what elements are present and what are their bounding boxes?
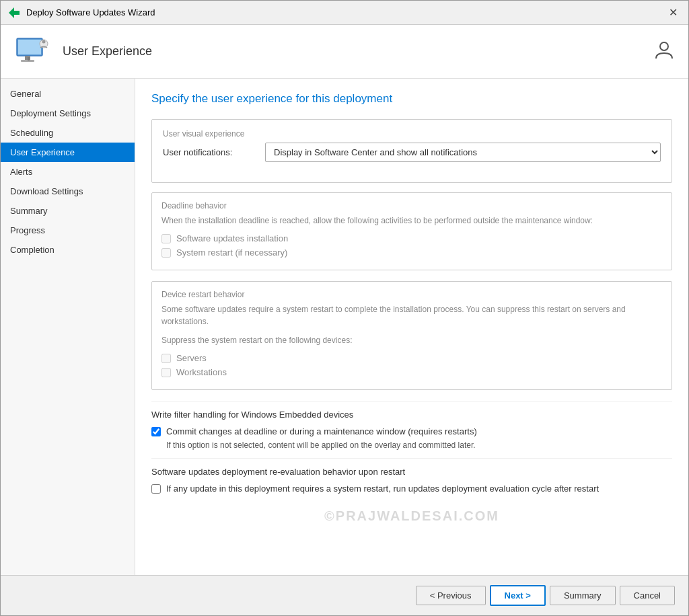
sidebar-item-scheduling[interactable]: Scheduling — [1, 123, 135, 143]
sidebar-item-deployment-settings[interactable]: Deployment Settings — [1, 104, 135, 123]
checkbox-servers[interactable]: Servers — [161, 353, 662, 363]
page-title: Specify the user experience for this dep… — [151, 92, 672, 106]
sidebar-item-general[interactable]: General — [1, 84, 135, 104]
svg-point-8 — [660, 42, 668, 50]
sidebar-item-completion[interactable]: Completion — [1, 240, 135, 260]
checkbox-workstations-label: Workstations — [176, 367, 227, 377]
sidebar-item-alerts[interactable]: Alerts — [1, 162, 135, 182]
deadline-behavior-section: Deadline behavior When the installation … — [151, 192, 672, 270]
cancel-button[interactable]: Cancel — [620, 586, 675, 605]
previous-button[interactable]: < Previous — [416, 586, 486, 605]
sidebar-item-user-experience[interactable]: User Experience — [1, 143, 135, 162]
header-user-icon — [653, 40, 675, 63]
checkbox-servers-input[interactable] — [161, 354, 171, 363]
close-button[interactable]: ✕ — [665, 5, 682, 20]
checkbox-system-restart-label: System restart (if necessary) — [176, 247, 287, 258]
header-icon — [14, 33, 52, 71]
reeval-checkbox[interactable] — [151, 484, 161, 494]
write-filter-check-label: Commit changes at deadline or during a m… — [166, 426, 477, 436]
sidebar-item-summary[interactable]: Summary — [1, 201, 135, 221]
write-filter-check[interactable]: Commit changes at deadline or during a m… — [151, 426, 672, 436]
write-filter-checkbox[interactable] — [151, 427, 161, 436]
checkbox-software-updates-install-label: Software updates installation — [176, 233, 288, 243]
suppress-label: Suppress the system restart on the follo… — [161, 334, 662, 346]
device-restart-desc: Some software updates require a system r… — [161, 303, 662, 328]
notifications-label: User notifications: — [163, 147, 257, 157]
wizard-header: User Experience — [1, 25, 688, 79]
wizard-footer: < Previous Next > Summary Cancel — [1, 575, 688, 615]
svg-point-7 — [42, 40, 46, 43]
main-content: Specify the user experience for this dep… — [135, 79, 688, 575]
device-restart-section: Device restart behavior Some software up… — [151, 281, 672, 390]
summary-button[interactable]: Summary — [550, 586, 616, 605]
header-left: User Experience — [14, 33, 152, 71]
notifications-row: User notifications: Display in Software … — [163, 143, 661, 162]
deadline-behavior-desc: When the installation deadline is reache… — [161, 215, 662, 227]
reeval-section: Software updates deployment re-evaluatio… — [151, 458, 672, 502]
reeval-check[interactable]: If any update in this deployment require… — [151, 484, 672, 494]
write-filter-note: If this option is not selected, content … — [166, 440, 672, 450]
wizard-window: Deploy Software Updates Wizard ✕ User Ex… — [0, 0, 689, 616]
user-visual-experience-section: User visual experience User notification… — [151, 119, 672, 183]
checkbox-workstations[interactable]: Workstations — [161, 367, 662, 377]
sidebar: General Deployment Settings Scheduling U… — [1, 79, 135, 575]
svg-rect-5 — [28, 57, 30, 61]
window-title: Deploy Software Updates Wizard — [26, 7, 155, 17]
title-bar: Deploy Software Updates Wizard ✕ — [1, 1, 688, 25]
notifications-select[interactable]: Display in Software Center and show all … — [265, 143, 661, 162]
deadline-behavior-label: Deadline behavior — [161, 201, 662, 210]
write-filter-section: Write filter handling for Windows Embedd… — [151, 401, 672, 458]
device-restart-label: Device restart behavior — [161, 290, 662, 299]
sidebar-item-progress[interactable]: Progress — [1, 221, 135, 240]
reeval-check-label: If any update in this deployment require… — [166, 484, 599, 494]
sidebar-item-download-settings[interactable]: Download Settings — [1, 182, 135, 201]
wizard-body: General Deployment Settings Scheduling U… — [1, 79, 688, 575]
watermark: ©PRAJWALDESAI.COM — [151, 502, 672, 531]
write-filter-title: Write filter handling for Windows Embedd… — [151, 410, 672, 420]
header-title: User Experience — [63, 44, 152, 59]
checkbox-software-updates-install[interactable]: Software updates installation — [161, 233, 662, 243]
checkbox-workstations-input[interactable] — [161, 368, 171, 377]
svg-marker-0 — [9, 7, 20, 18]
user-visual-experience-label: User visual experience — [163, 129, 661, 139]
next-button[interactable]: Next > — [490, 585, 546, 606]
deploy-icon — [7, 6, 21, 20]
checkbox-system-restart-input[interactable] — [161, 248, 171, 258]
checkbox-system-restart[interactable]: System restart (if necessary) — [161, 247, 662, 258]
checkbox-software-updates-install-input[interactable] — [161, 234, 171, 243]
svg-rect-2 — [18, 40, 41, 54]
checkbox-servers-label: Servers — [176, 353, 207, 363]
title-bar-left: Deploy Software Updates Wizard — [7, 6, 155, 20]
reeval-title: Software updates deployment re-evaluatio… — [151, 467, 672, 477]
